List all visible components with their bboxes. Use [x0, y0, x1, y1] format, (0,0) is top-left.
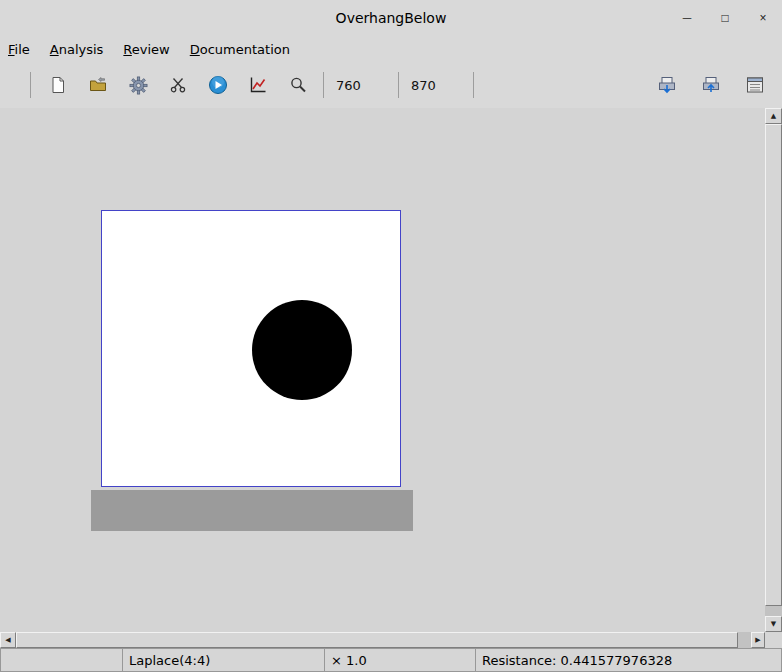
cut-button[interactable]	[165, 72, 191, 98]
export-button-2[interactable]	[698, 72, 724, 98]
width-input[interactable]	[332, 74, 386, 96]
vertical-scrollbar[interactable]: ▲ ▼	[765, 108, 782, 632]
height-input[interactable]	[407, 74, 461, 96]
status-segment-empty	[0, 648, 123, 672]
simulation-frame[interactable]	[101, 210, 401, 487]
magnifier-icon	[289, 76, 307, 94]
menubar: File Analysis Review Documentation	[0, 36, 782, 62]
export-printer-icon	[657, 75, 677, 95]
simulation-canvas-area[interactable]	[0, 108, 765, 632]
toolbar-separator	[30, 72, 31, 98]
horizontal-scrollbar[interactable]: ◀ ▶	[0, 632, 765, 648]
new-document-button[interactable]	[45, 72, 71, 98]
toolbar-separator	[398, 72, 399, 98]
vertical-scrollbar-thumb[interactable]	[765, 124, 782, 606]
settings-button[interactable]	[125, 72, 151, 98]
toolbar-separator	[323, 72, 324, 98]
window-controls: ─ □ ×	[676, 0, 774, 36]
scroll-up-arrow-icon[interactable]: ▲	[765, 108, 782, 124]
toolbar-right-group	[654, 72, 782, 98]
scroll-right-arrow-icon[interactable]: ▶	[751, 632, 765, 648]
scissors-icon	[169, 76, 187, 94]
open-folder-icon	[89, 76, 107, 94]
minimize-button[interactable]: ─	[676, 7, 698, 29]
play-icon	[208, 75, 228, 95]
scroll-left-arrow-icon[interactable]: ◀	[0, 632, 16, 648]
menu-review[interactable]: Review	[123, 42, 169, 57]
export-button-1[interactable]	[654, 72, 680, 98]
run-button[interactable]	[205, 72, 231, 98]
preferences-button[interactable]	[742, 72, 768, 98]
titlebar: OverhangBelow ─ □ ×	[0, 0, 782, 36]
scrollbar-corner	[765, 632, 782, 648]
export-printer-icon-2	[701, 75, 721, 95]
status-segment-zoom: × 1.0	[324, 648, 476, 672]
menu-analysis[interactable]: Analysis	[50, 42, 104, 57]
new-document-icon	[49, 76, 67, 94]
substrate-shape	[91, 490, 413, 531]
toolbar-separator	[473, 72, 474, 98]
status-segment-solver: Laplace(4:4)	[122, 648, 325, 672]
plot-button[interactable]	[245, 72, 271, 98]
window-title: OverhangBelow	[0, 10, 782, 26]
chart-icon	[249, 76, 267, 94]
open-file-button[interactable]	[85, 72, 111, 98]
gear-icon	[129, 76, 148, 95]
statusbar: Laplace(4:4) × 1.0 Resistance: 0.4415779…	[0, 648, 782, 672]
scroll-down-arrow-icon[interactable]: ▼	[765, 616, 782, 632]
horizontal-scrollbar-thumb[interactable]	[16, 632, 738, 648]
maximize-button[interactable]: □	[714, 7, 736, 29]
status-segment-resistance: Resistance: 0.441577976328	[475, 648, 782, 672]
close-button[interactable]: ×	[752, 7, 774, 29]
toolbar	[0, 62, 782, 108]
options-grid-icon	[745, 75, 765, 95]
menu-documentation[interactable]: Documentation	[190, 42, 290, 57]
menu-file[interactable]: File	[8, 42, 30, 57]
circle-shape	[252, 300, 352, 400]
zoom-button[interactable]	[285, 72, 311, 98]
